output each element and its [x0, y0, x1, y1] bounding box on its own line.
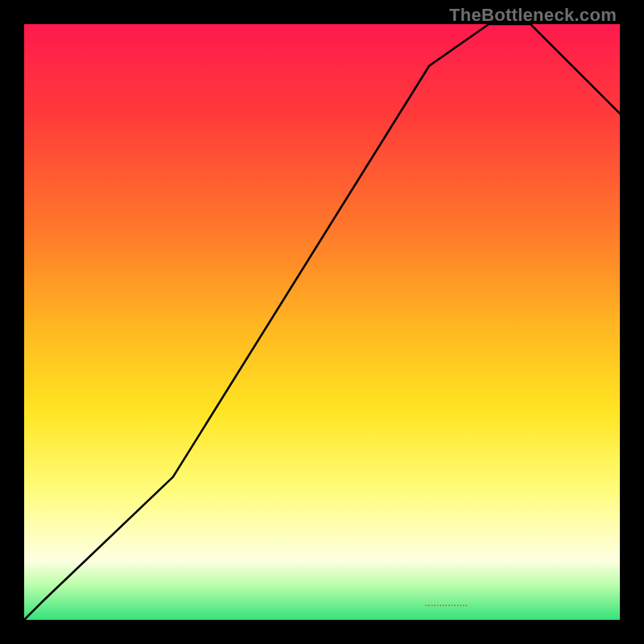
- plot-area: ···············: [24, 24, 620, 620]
- baseline-marker: ···············: [425, 601, 469, 610]
- chart-line-layer: [24, 24, 620, 620]
- chart-curve: [24, 24, 620, 620]
- chart-stage: TheBottleneck.com ···············: [0, 0, 644, 644]
- watermark-label: TheBottleneck.com: [449, 5, 617, 26]
